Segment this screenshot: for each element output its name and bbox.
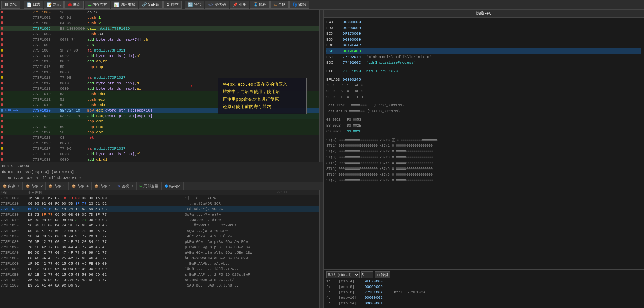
log-button[interactable]: 📄 日志 — [24, 1, 43, 9]
mem-tab-3[interactable]: 📦 内存 3 — [46, 182, 68, 190]
mem-tab-2-icon: 📦 — [26, 184, 30, 188]
mem-row[interactable]: 773F10E09A 1B 42 77 46 15 C5 43 50 96 9D… — [0, 272, 319, 277]
reg-row-st6: ST(6) 0000000000000000000 x87r6 0.000000… — [326, 172, 641, 178]
comment-cell — [206, 31, 319, 37]
breakpoint-dot — [1, 114, 3, 117]
table-row[interactable]: 773F102B C3 ret — [0, 135, 319, 141]
table-row[interactable]: → 773F100F 3F 77 00 ja ntdll.773F1011 — [0, 48, 319, 53]
breakpoint-dot — [1, 142, 3, 144]
status-line-3: .text:773F1020 ntdll.dll:$1020 #420 — [2, 176, 321, 180]
table-row[interactable]: 773F1016 000D — [0, 70, 319, 75]
notes-button[interactable]: 📝 笔记 — [44, 1, 64, 9]
call-stack-button[interactable]: 📊 调用堆栈 — [111, 1, 138, 9]
breakpoint-dot — [1, 71, 3, 73]
bytes-cell: 51 — [59, 97, 87, 102]
table-row[interactable]: 773F1029 59 pop ecx — [0, 124, 319, 130]
stack-depth-input[interactable] — [361, 271, 373, 278]
mem-tab-4[interactable]: 📦 内存 4 — [69, 182, 92, 190]
breakpoints-button[interactable]: ⏺ 断点 — [64, 1, 84, 9]
seh-button[interactable]: 🔗 SEH链 — [139, 1, 163, 9]
table-row[interactable]: 773F1033 000D add dl,dl — [0, 157, 319, 162]
mem-tab-2[interactable]: 📦 内存 2 — [23, 182, 46, 190]
breakpoint-icon: ⏺ — [67, 2, 72, 8]
mem-row[interactable]: 773F10C01F 0D 42 77 46 15 C5 43 A5 FE 00… — [0, 261, 319, 266]
mem-row[interactable]: 773F106000 39 51 77 60 17 08 04 7D D8 45… — [0, 228, 319, 234]
calling-convention-select[interactable]: 默认（stdcall） — [326, 271, 360, 278]
asm-cell: pop ebp — [87, 64, 206, 70]
symbol-button[interactable]: 🔣 符号 — [185, 1, 204, 9]
table-row[interactable]: 773F1013 00FC add ah,bh — [0, 59, 319, 64]
addr-cell: 773F100B — [32, 37, 59, 42]
handle-button[interactable]: 🏷 句柄 — [270, 1, 289, 9]
flow-arrow — [5, 15, 32, 20]
asm-cell: add byte ptr ds:[eax],dl — [87, 80, 206, 86]
script-button[interactable]: ⚙ 脚本 — [163, 1, 182, 9]
flow-arrow — [5, 26, 32, 31]
flow-arrow: EIP ──► — [5, 108, 32, 113]
thread-button[interactable]: 🧵 线程 — [250, 1, 270, 9]
mem-row[interactable]: 773F109070 1F 42 77 E0 06 44 46 77 40 45… — [0, 245, 319, 250]
table-row[interactable]: 773F1011 0002 add byte ptr ds:[edx],al — [0, 53, 319, 59]
mem-tab-5[interactable]: 📦 内存 5 — [92, 182, 114, 190]
disasm-scrollbar[interactable] — [319, 10, 323, 162]
mem-row[interactable]: 773F1030D8 73 3F 77 06 00 08 00 0D 7D 3F… — [0, 212, 319, 217]
asm-cell — [87, 70, 206, 75]
mem-row[interactable]: 773F1100B9 53 41 44 8A 9C D6 9D¹SAD.œÖ. … — [0, 283, 319, 288]
mem-tab-locals[interactable]: ⊨ 局部变量 — [137, 182, 162, 190]
breakpoint-dot — [1, 49, 3, 52]
breakpoint-dot — [1, 109, 3, 112]
comment-cell — [206, 157, 319, 162]
cpu-button[interactable]: 🖥 CPU — [1, 1, 20, 9]
breakpoint-dot — [1, 103, 3, 106]
table-row[interactable]: ↓ 773F102F 77 06 ja ntdll.773F1037 — [0, 146, 319, 151]
table-row[interactable]: pop edx — [0, 119, 319, 124]
mem-tab-watch[interactable]: 👁 监视 1 — [114, 182, 137, 190]
table-row[interactable]: 773F1015 5D pop ebp — [0, 64, 319, 70]
mem-row[interactable]: 773F108070 6B 42 77 60 47 4F 77 20 B4 41… — [0, 239, 319, 245]
flow-arrow: → — [5, 48, 32, 53]
symbol-icon: 🔣 — [188, 2, 193, 7]
reg-row-flags2: OF 0 SF 0 DF 0 — [326, 88, 641, 94]
mem-row[interactable]: 773F10208B 4C 24 10 03 44 24 14 5A 59 5B… — [0, 206, 319, 212]
table-row[interactable]: 773F1001 6A 01 push 1 — [0, 15, 319, 20]
mem-row[interactable]: 773F10501C 00 1E 00 D4 74 3F 77 6B 4C 73… — [0, 223, 319, 228]
mem-row[interactable]: 773F10701B 34 C8 22 00 F0 74 3F 77 20 1E… — [0, 234, 319, 239]
table-row[interactable]: 773F100E aas — [0, 42, 319, 48]
reg-divider-5 — [326, 134, 641, 137]
mem-row[interactable]: 773F100016 6A 01 6A 02 E8 13 00 00 00 16… — [0, 195, 319, 201]
mem-row[interactable]: 773F101000 00 02 00 FC 00 5D 3F 77 23 51… — [0, 201, 319, 206]
table-row[interactable]: 773F1003 6A 02 push 2 — [0, 20, 319, 26]
comment-cell — [206, 15, 319, 20]
table-row[interactable]: 773F1005 E8 13000000 call ntdll.773F101D — [0, 26, 319, 31]
reg-row-edx: EDX 00000000 — [326, 36, 641, 42]
mem-tab-1[interactable]: 📦 内存 1 — [0, 182, 23, 190]
asm-cell: aas — [87, 42, 206, 48]
mem-row[interactable]: 773F10A0E0 56 42 77 60 47 4F 77 00 69 42… — [0, 250, 319, 255]
memory-layout-button[interactable]: ▬ 内存布局 — [85, 1, 110, 9]
mem-tab-struct[interactable]: 🔷 结构体 — [162, 182, 184, 190]
table-row[interactable]: 773F102C D873 3F — [0, 141, 319, 146]
comment-cell — [206, 119, 319, 124]
mem-tab-struct-icon: 🔷 — [164, 184, 168, 188]
mem-row[interactable]: 773F10F035 6D 96 D0 C3 E3 34 77 4A 6E 43… — [0, 277, 319, 283]
flow-arrow — [5, 102, 32, 108]
source-button[interactable]: </> 源代码 — [205, 1, 229, 9]
reg-row-esp: ESP 0019FA08 — [326, 48, 641, 54]
bytes-cell: 0010 — [59, 80, 87, 86]
mem-row[interactable]: 773F104006 00 08 00 D8 D8 0D 3F 77 06 00… — [0, 217, 319, 223]
comment-cell — [206, 113, 319, 119]
mem-scrollbar[interactable] — [319, 190, 323, 308]
table-row[interactable]: 773F1024 034424 14 add eax,dword ptr ss:… — [0, 113, 319, 119]
table-row[interactable]: 773F1031 0008 add byte ptr ds:[eax],cl — [0, 151, 319, 157]
trace-button[interactable]: 👣 跟踪 — [289, 1, 309, 9]
stack-decode-button[interactable]: □ 解锁 — [375, 271, 390, 278]
mem-row[interactable]: 773F10D0EE E3 D3 F0 06 00 00 00 00 00 00… — [0, 266, 319, 272]
table-row[interactable]: 773F100B 0078 74 add byte ptr ds:[eax+74… — [0, 37, 319, 42]
ref-button[interactable]: 📌 引用 — [230, 1, 249, 9]
table-row[interactable]: 773F1000 16 db 16 — [0, 10, 319, 15]
breakpoint-dot — [1, 158, 3, 161]
toolbar-sep-2 — [183, 1, 183, 8]
table-row[interactable]: 773F102A 5B pop ebx — [0, 130, 319, 135]
table-row[interactable]: 773F100A push 33 — [0, 31, 319, 37]
mem-row[interactable]: 773F10B0E0 46 0A 4F 77 25 42 77 6E 46 4E… — [0, 255, 319, 261]
